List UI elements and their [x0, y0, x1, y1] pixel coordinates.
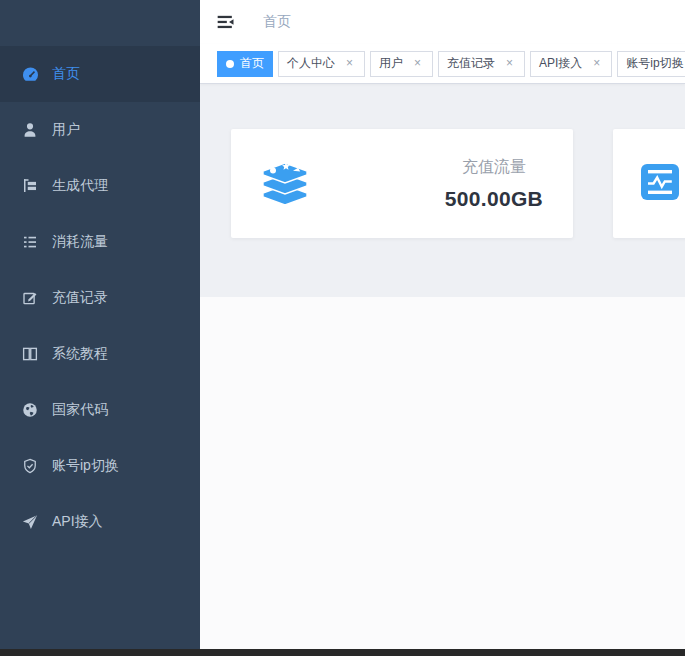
- dashboard-icon: [20, 64, 40, 84]
- edit-icon: [20, 288, 40, 308]
- sidebar-collapse-icon[interactable]: [215, 11, 237, 33]
- stats-panel: 充值流量 500.00GB: [200, 84, 685, 297]
- breadcrumb[interactable]: 首页: [263, 13, 291, 31]
- sidebar-item-label: 生成代理: [52, 177, 108, 195]
- sidebar-item-home[interactable]: 首页: [0, 46, 200, 102]
- app-window: 首页 用户 生成代理: [0, 0, 685, 656]
- sidebar-item-tutorials[interactable]: 系统教程: [0, 326, 200, 382]
- sidebar-item-country-codes[interactable]: 国家代码: [0, 382, 200, 438]
- tab-recharge-records[interactable]: 充值记录 ×: [438, 51, 525, 77]
- main-area: 首页 首页 个人中心 × 用户 × 充值记录 × API接入 ×: [200, 0, 685, 649]
- stat-label: 充值流量: [445, 157, 543, 178]
- tabs-bar: 首页 个人中心 × 用户 × 充值记录 × API接入 × 账号ip切换 ×: [200, 44, 685, 84]
- globe-icon: [20, 400, 40, 420]
- active-tab-dot: [226, 60, 234, 68]
- book-icon: [20, 344, 40, 364]
- tree-icon: [20, 176, 40, 196]
- database-stack-icon: [259, 159, 311, 209]
- user-icon: [20, 120, 40, 140]
- secondary-stat-card: [613, 129, 685, 238]
- sidebar-item-label: 国家代码: [52, 401, 108, 419]
- tab-profile[interactable]: 个人中心 ×: [278, 51, 365, 77]
- sidebar: 首页 用户 生成代理: [0, 0, 200, 649]
- sidebar-item-label: 消耗流量: [52, 233, 108, 251]
- tab-label: 用户: [379, 55, 403, 72]
- recharge-traffic-card: 充值流量 500.00GB: [231, 129, 573, 238]
- top-navbar: 首页: [200, 0, 685, 44]
- shield-check-icon: [20, 456, 40, 476]
- tab-home[interactable]: 首页: [217, 51, 273, 77]
- sidebar-item-label: 首页: [52, 65, 80, 83]
- sidebar-item-label: 用户: [52, 121, 80, 139]
- tab-label: 首页: [240, 55, 264, 72]
- stat-block: 充值流量 500.00GB: [445, 157, 543, 211]
- sidebar-item-generate-proxy[interactable]: 生成代理: [0, 158, 200, 214]
- sidebar-item-traffic-usage[interactable]: 消耗流量: [0, 214, 200, 270]
- sidebar-item-api-access[interactable]: API接入: [0, 494, 200, 550]
- send-icon: [20, 512, 40, 532]
- close-icon[interactable]: ×: [411, 57, 424, 70]
- close-icon[interactable]: ×: [590, 57, 603, 70]
- close-icon[interactable]: ×: [343, 57, 356, 70]
- list-icon: [20, 232, 40, 252]
- tab-label: 充值记录: [447, 55, 495, 72]
- chart-monitor-icon: [641, 164, 679, 204]
- tab-account-ip-switch[interactable]: 账号ip切换 ×: [617, 51, 685, 77]
- tab-users[interactable]: 用户 ×: [370, 51, 433, 77]
- tab-api-access[interactable]: API接入 ×: [530, 51, 612, 77]
- sidebar-item-label: 系统教程: [52, 345, 108, 363]
- sidebar-item-label: 账号ip切换: [52, 457, 119, 475]
- sidebar-item-label: 充值记录: [52, 289, 108, 307]
- sidebar-item-account-ip-switch[interactable]: 账号ip切换: [0, 438, 200, 494]
- tab-label: 个人中心: [287, 55, 335, 72]
- taskbar-edge: [0, 649, 685, 656]
- sidebar-item-label: API接入: [52, 513, 103, 531]
- close-icon[interactable]: ×: [503, 57, 516, 70]
- tab-label: API接入: [539, 55, 582, 72]
- sidebar-item-users[interactable]: 用户: [0, 102, 200, 158]
- sidebar-item-recharge-records[interactable]: 充值记录: [0, 270, 200, 326]
- stat-value: 500.00GB: [445, 187, 543, 211]
- tab-label: 账号ip切换: [626, 55, 683, 72]
